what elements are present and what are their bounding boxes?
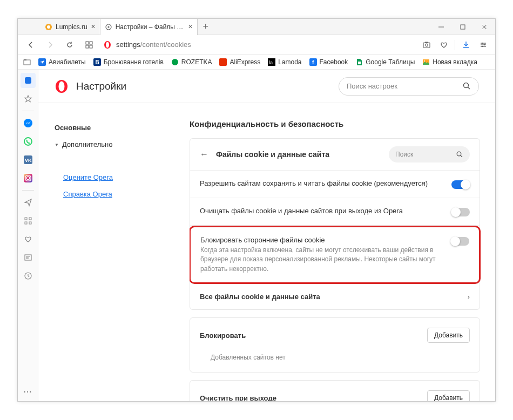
toggle-clear-on-exit[interactable] <box>451 208 470 216</box>
svg-text:VK: VK <box>25 158 32 163</box>
minimize-button[interactable] <box>430 19 452 35</box>
url-field[interactable]: settings/content/cookies <box>101 40 416 49</box>
svg-point-46 <box>29 176 30 177</box>
tab-title: Lumpics.ru <box>56 23 87 31</box>
svg-rect-11 <box>90 45 92 48</box>
nav-help-opera[interactable]: Справка Opera <box>55 186 190 202</box>
nav-rate-opera[interactable]: Оцените Opera <box>55 169 190 186</box>
close-icon[interactable]: ✕ <box>188 23 193 30</box>
svg-rect-16 <box>425 42 428 43</box>
block-label: Блокировать <box>200 331 427 340</box>
address-bar: settings/content/cookies <box>18 35 495 55</box>
close-icon[interactable]: ✕ <box>91 23 96 30</box>
reload-button[interactable] <box>62 37 77 52</box>
bookmark-item[interactable]: Google Таблицы <box>355 58 415 66</box>
booking-icon: B <box>93 58 101 66</box>
bookmark-item[interactable]: AliExpress <box>219 58 260 66</box>
svg-point-1 <box>47 25 50 29</box>
add-clear-exit-button[interactable]: Добавить <box>427 390 470 401</box>
row-all-cookies-data[interactable]: Все файлы cookie и данные сайта › <box>190 284 480 309</box>
settings-nav: Основные Дополнительно Оцените Opera Спр… <box>38 103 190 401</box>
opera-logo-icon <box>55 79 69 93</box>
news-icon[interactable] <box>21 250 36 265</box>
lumpics-favicon-icon <box>45 23 52 31</box>
settings-body: Основные Дополнительно Оцените Opera Спр… <box>38 103 495 401</box>
history-icon[interactable] <box>21 268 36 283</box>
sheets-icon <box>355 58 363 66</box>
bookmarks-bar: Авиабилеты BБронювання готелів ROZETKA A… <box>18 55 495 70</box>
back-arrow-icon[interactable]: ← <box>200 150 208 159</box>
search-settings-input[interactable]: Поиск настроек <box>339 77 479 96</box>
svg-rect-10 <box>86 45 89 48</box>
svg-line-59 <box>468 87 470 90</box>
nav-advanced[interactable]: Дополнительно <box>55 136 190 153</box>
forward-button[interactable] <box>43 37 58 52</box>
bookmark-item[interactable]: Новая вкладка <box>422 58 477 66</box>
svg-point-58 <box>464 83 469 88</box>
close-button[interactable] <box>474 19 495 35</box>
browser-window: Lumpics.ru ✕ Настройки – Файлы cookie ✕ … <box>17 18 496 402</box>
chevron-right-icon: › <box>468 293 470 301</box>
cookies-card: ← Файлы cookie и данные сайта Поиск Разр… <box>190 138 480 310</box>
back-button[interactable] <box>23 37 38 52</box>
more-sidebar-icon[interactable]: ⋯ <box>23 387 33 401</box>
vk-icon[interactable]: VK <box>21 152 36 167</box>
svg-point-57 <box>59 81 65 91</box>
svg-rect-50 <box>29 222 31 224</box>
settings-content: Конфиденциальность и безопасность ← Файл… <box>190 103 495 401</box>
settings-header: Настройки Поиск настроек <box>38 70 495 103</box>
personal-news-icon[interactable] <box>21 195 36 210</box>
toggle-allow-cookies[interactable] <box>451 180 470 189</box>
maximize-button[interactable] <box>452 19 474 35</box>
row-clear-on-exit: Очищать файлы cookie и данные сайтов при… <box>190 198 480 226</box>
cookie-search-input[interactable]: Поиск <box>389 146 470 162</box>
bookmark-item[interactable]: fFacebook <box>309 58 348 66</box>
section-title: Конфиденциальность и безопасность <box>190 119 480 128</box>
downloads-button[interactable] <box>460 38 473 51</box>
folder-icon[interactable] <box>23 58 31 66</box>
block-section: Блокировать Добавить Добавленных сайтов … <box>190 317 480 372</box>
snapshot-button[interactable] <box>420 38 433 51</box>
bookmark-item[interactable]: laLamoda <box>268 58 301 66</box>
tab-settings[interactable]: Настройки – Файлы cookie ✕ <box>100 19 198 35</box>
extensions-icon[interactable] <box>21 213 36 228</box>
plane-icon <box>38 58 46 66</box>
speed-dial-button[interactable] <box>82 37 97 52</box>
new-tab-button[interactable]: + <box>198 19 214 35</box>
row-allow-cookies: Разрешить сайтам сохранять и читать файл… <box>190 171 480 198</box>
nav-basic[interactable]: Основные <box>55 119 190 136</box>
instagram-icon[interactable] <box>21 171 36 186</box>
rozetka-icon <box>171 58 179 66</box>
svg-line-61 <box>461 155 462 157</box>
svg-rect-48 <box>29 218 31 220</box>
card-header: ← Файлы cookie и данные сайта Поиск <box>190 139 480 171</box>
card-title: Файлы cookie и данные сайта <box>216 150 381 159</box>
svg-rect-49 <box>25 222 27 224</box>
svg-point-13 <box>106 42 109 48</box>
svg-rect-9 <box>90 42 92 44</box>
aliexpress-icon <box>219 58 227 66</box>
heart-sidebar-icon[interactable] <box>21 232 36 247</box>
heart-button[interactable] <box>437 38 450 51</box>
add-block-button[interactable]: Добавить <box>427 328 470 343</box>
speed-dial-icon[interactable] <box>21 73 36 88</box>
bookmark-item[interactable]: Авиабилеты <box>38 58 86 66</box>
svg-point-29 <box>172 59 178 65</box>
highlight-box: Блокировать сторонние файлы cookie Когда… <box>190 226 481 284</box>
svg-rect-25 <box>24 59 26 60</box>
search-icon <box>463 82 471 90</box>
svg-rect-14 <box>423 43 430 48</box>
svg-rect-38 <box>25 77 31 84</box>
opera-icon <box>103 40 112 49</box>
bookmark-item[interactable]: ROZETKA <box>171 58 212 66</box>
tab-lumpics[interactable]: Lumpics.ru ✕ <box>40 19 100 35</box>
search-icon <box>456 151 463 158</box>
bookmarks-icon[interactable] <box>21 91 36 106</box>
whatsapp-icon[interactable] <box>21 134 36 149</box>
messenger-icon[interactable] <box>21 116 36 131</box>
toggle-block-third-party[interactable] <box>451 237 469 246</box>
clear-on-exit-section: Очистить при выходе Добавить Добавленных… <box>190 380 480 401</box>
easy-setup-button[interactable] <box>477 38 490 51</box>
page-title: Настройки <box>76 80 331 92</box>
bookmark-item[interactable]: BБронювання готелів <box>93 58 164 66</box>
